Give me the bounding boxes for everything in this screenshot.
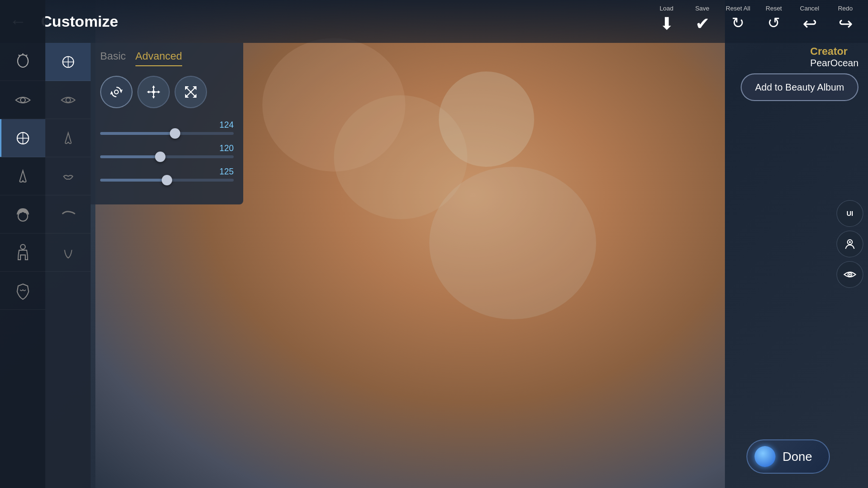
done-circle-icon bbox=[754, 446, 775, 467]
sub-sidebar-chin[interactable] bbox=[45, 234, 91, 272]
svg-point-9 bbox=[21, 244, 25, 249]
tab-basic[interactable]: Basic bbox=[100, 50, 126, 66]
armor-icon bbox=[13, 281, 32, 300]
load-icon: ⬇ bbox=[660, 14, 674, 34]
svg-point-30 bbox=[849, 241, 851, 243]
beauty-album-button[interactable]: Add to Beauty Album bbox=[741, 73, 858, 101]
slider-3-track[interactable] bbox=[100, 179, 234, 182]
sub-lip-icon bbox=[59, 167, 77, 185]
redo-label: Redo bbox=[838, 5, 853, 12]
sub-sidebar-face-shape[interactable] bbox=[45, 43, 91, 81]
cancel-icon: ↩ bbox=[803, 14, 817, 34]
sidebar-item-armor[interactable] bbox=[0, 272, 45, 310]
sub-nose-icon bbox=[59, 129, 77, 147]
reset-button[interactable]: Reset ↺ bbox=[761, 5, 787, 32]
slider-1-value: 124 bbox=[100, 120, 234, 130]
page-title: Customize bbox=[41, 13, 118, 30]
rotate-icon bbox=[109, 84, 124, 100]
sub-eye-icon bbox=[59, 91, 77, 109]
body-icon bbox=[13, 243, 32, 262]
eye-icon bbox=[13, 91, 32, 110]
slider-2-thumb[interactable] bbox=[155, 152, 165, 162]
slider-row-3: 125 bbox=[100, 167, 234, 182]
face-shape-icon bbox=[13, 129, 32, 148]
toolbar: Load ⬇ Save ✔ Reset All ↻ Reset ↺ Cancel… bbox=[644, 0, 868, 39]
face-highlight-3 bbox=[429, 167, 596, 319]
sub-sidebar-brow[interactable] bbox=[45, 195, 91, 234]
creator-panel: Creator PearOcean Add to Beauty Album bbox=[741, 45, 858, 101]
svg-line-2 bbox=[19, 55, 20, 56]
move-button[interactable] bbox=[137, 76, 170, 108]
move-icon bbox=[146, 84, 161, 100]
redo-icon: ↪ bbox=[838, 14, 853, 34]
transform-buttons bbox=[100, 76, 234, 108]
sidebar-item-eye[interactable] bbox=[0, 81, 45, 119]
character-select-button[interactable] bbox=[837, 231, 863, 257]
reset-all-icon: ↻ bbox=[732, 14, 744, 32]
svg-marker-18 bbox=[152, 85, 155, 88]
creator-label: Creator PearOcean bbox=[810, 45, 858, 69]
slider-row-1: 124 bbox=[100, 120, 234, 135]
ui-label: UI bbox=[847, 210, 853, 217]
load-button[interactable]: Load ⬇ bbox=[653, 5, 680, 34]
sidebar-item-face[interactable] bbox=[0, 43, 45, 81]
save-icon: ✔ bbox=[695, 14, 710, 34]
sub-chin-icon bbox=[59, 244, 77, 262]
done-button[interactable]: Done bbox=[746, 439, 830, 474]
save-button[interactable]: Save ✔ bbox=[689, 5, 715, 34]
redo-button[interactable]: Redo ↪ bbox=[832, 5, 858, 34]
slider-1-thumb[interactable] bbox=[170, 128, 180, 139]
svg-marker-21 bbox=[158, 91, 160, 93]
sidebar-item-body[interactable] bbox=[0, 234, 45, 272]
reset-all-label: Reset All bbox=[726, 5, 750, 12]
right-tools: UI bbox=[837, 200, 863, 288]
svg-point-4 bbox=[21, 98, 25, 102]
ui-toggle-button[interactable]: UI bbox=[837, 200, 863, 227]
scale-button[interactable] bbox=[175, 76, 207, 108]
hair-icon bbox=[13, 205, 32, 224]
scale-icon bbox=[183, 84, 198, 100]
sub-sidebar-nose[interactable] bbox=[45, 119, 91, 157]
sub-face-shape-icon bbox=[59, 53, 77, 71]
sub-sidebar-lip[interactable] bbox=[45, 157, 91, 195]
sub-brow-icon bbox=[59, 205, 77, 224]
svg-point-0 bbox=[18, 55, 28, 67]
sidebar-item-nose[interactable] bbox=[0, 157, 45, 195]
sidebar-item-hair[interactable] bbox=[0, 195, 45, 234]
svg-line-3 bbox=[26, 55, 27, 56]
sub-sidebar bbox=[45, 43, 91, 488]
nose-icon bbox=[13, 167, 32, 186]
eye-toggle-icon bbox=[843, 268, 857, 281]
slider-3-fill bbox=[100, 179, 167, 182]
slider-3-thumb[interactable] bbox=[162, 175, 172, 185]
rotate-button[interactable] bbox=[100, 76, 133, 108]
svg-point-8 bbox=[18, 212, 28, 221]
reset-all-button[interactable]: Reset All ↻ bbox=[725, 5, 751, 32]
sidebar-item-face-shape[interactable] bbox=[0, 119, 45, 157]
reset-label: Reset bbox=[766, 5, 782, 12]
slider-2-value: 120 bbox=[100, 143, 234, 153]
reset-icon: ↺ bbox=[767, 14, 780, 32]
svg-point-15 bbox=[114, 90, 118, 94]
svg-marker-19 bbox=[152, 96, 155, 99]
control-panel: Basic Advanced bbox=[91, 43, 243, 204]
done-label: Done bbox=[783, 449, 812, 464]
active-indicator bbox=[0, 119, 1, 157]
svg-marker-20 bbox=[147, 91, 149, 93]
slider-2-fill bbox=[100, 155, 160, 158]
view-toggle-button[interactable] bbox=[837, 261, 863, 288]
cancel-button[interactable]: Cancel ↩ bbox=[796, 5, 823, 34]
character-select-icon bbox=[843, 237, 857, 251]
left-sidebar bbox=[0, 0, 45, 488]
slider-1-fill bbox=[100, 132, 175, 135]
slider-2-track[interactable] bbox=[100, 155, 234, 158]
tabs: Basic Advanced bbox=[100, 50, 234, 66]
tab-advanced[interactable]: Advanced bbox=[135, 50, 182, 66]
svg-point-22 bbox=[152, 91, 155, 93]
slider-1-track[interactable] bbox=[100, 132, 234, 135]
load-label: Load bbox=[660, 5, 673, 12]
sub-sidebar-eye[interactable] bbox=[45, 81, 91, 119]
svg-point-32 bbox=[849, 274, 851, 275]
slider-row-2: 120 bbox=[100, 143, 234, 158]
cancel-label: Cancel bbox=[800, 5, 819, 12]
